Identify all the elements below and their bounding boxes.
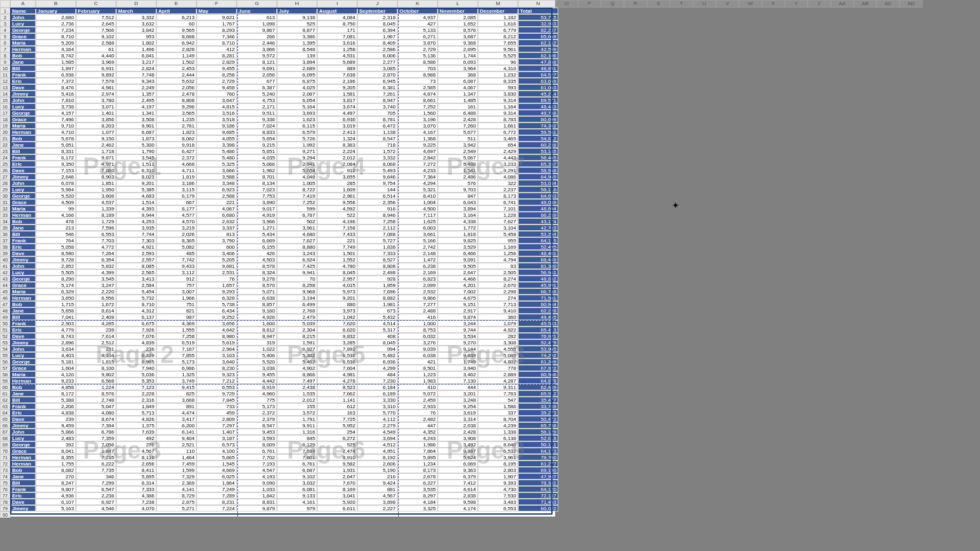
total-cell[interactable]: 45,214: [518, 91, 558, 97]
value-cell[interactable]: 1,992: [277, 142, 317, 148]
col-header-G[interactable]: G: [237, 0, 277, 8]
value-cell[interactable]: 9,090: [237, 480, 277, 486]
value-cell[interactable]: 8,576: [438, 27, 478, 33]
value-cell[interactable]: 1,077: [76, 129, 116, 135]
value-cell[interactable]: 4,902: [277, 365, 317, 371]
total-cell[interactable]: 53,034: [518, 180, 558, 186]
value-cell[interactable]: 1,931: [317, 467, 357, 473]
value-cell[interactable]: 8,192: [357, 454, 397, 460]
value-cell[interactable]: 3,534: [438, 333, 478, 339]
value-cell[interactable]: 2,479: [277, 314, 317, 320]
value-cell[interactable]: 9,455: [197, 65, 237, 71]
value-cell[interactable]: 7,215: [76, 454, 116, 460]
value-cell[interactable]: 4,196: [317, 218, 357, 224]
value-cell[interactable]: 6,553: [76, 231, 116, 237]
value-cell[interactable]: 4,555: [478, 346, 518, 352]
value-cell[interactable]: 4,161: [277, 499, 317, 505]
value-cell[interactable]: 2,588: [76, 40, 116, 46]
value-cell[interactable]: 3,961: [277, 224, 317, 231]
total-cell[interactable]: 64,173: [518, 448, 558, 454]
value-cell[interactable]: 6,379: [438, 473, 478, 480]
value-cell[interactable]: 8,612: [237, 327, 277, 333]
value-cell[interactable]: 2,238: [76, 492, 116, 499]
name-cell[interactable]: Bob: [10, 301, 36, 307]
value-cell[interactable]: 4,577: [156, 212, 197, 218]
value-cell[interactable]: 7,303: [116, 237, 156, 244]
total-cell[interactable]: 64,120: [518, 486, 558, 492]
value-cell[interactable]: 239: [36, 416, 76, 422]
value-cell[interactable]: 2,917: [438, 307, 478, 314]
value-cell[interactable]: 9,729: [197, 390, 237, 397]
value-cell[interactable]: 9,393: [478, 480, 518, 486]
value-cell[interactable]: 7,425: [277, 263, 317, 269]
value-cell[interactable]: 1,407: [197, 429, 237, 435]
value-cell[interactable]: 2,169: [397, 269, 438, 276]
value-cell[interactable]: 987: [156, 314, 197, 320]
value-cell[interactable]: 1,609: [317, 186, 357, 193]
value-cell[interactable]: 1,767: [197, 20, 237, 27]
name-cell[interactable]: Grace: [10, 365, 36, 371]
value-cell[interactable]: 5,520: [237, 358, 277, 365]
value-cell[interactable]: 9,343: [116, 78, 156, 84]
name-cell[interactable]: Eric: [10, 78, 36, 84]
value-cell[interactable]: 6,213: [156, 14, 197, 20]
value-cell[interactable]: 994: [357, 346, 397, 352]
value-cell[interactable]: 2,056: [237, 71, 277, 78]
value-cell[interactable]: 1,715: [36, 301, 76, 307]
value-cell[interactable]: 928: [357, 276, 397, 282]
value-cell[interactable]: 4,546: [76, 505, 116, 511]
total-cell[interactable]: 65,669: [518, 33, 558, 40]
value-cell[interactable]: 3,115: [156, 186, 197, 193]
value-cell[interactable]: 9,839: [438, 352, 478, 358]
value-cell[interactable]: 3,940: [438, 365, 478, 371]
name-cell[interactable]: Eric: [10, 327, 36, 333]
value-cell[interactable]: 3,661: [397, 231, 438, 237]
value-cell[interactable]: 1,791: [277, 416, 317, 422]
value-cell[interactable]: 4,838: [36, 409, 76, 416]
value-cell[interactable]: 6,553: [478, 505, 518, 511]
value-cell[interactable]: 9,505: [438, 263, 478, 269]
total-cell[interactable]: 48,832: [518, 276, 558, 282]
value-cell[interactable]: 1,375: [116, 422, 156, 429]
value-cell[interactable]: 775: [237, 397, 277, 403]
header-may[interactable]: May: [197, 8, 237, 14]
value-cell[interactable]: 1,472: [397, 256, 438, 263]
value-cell[interactable]: 236: [116, 346, 156, 352]
value-cell[interactable]: 5,480: [197, 154, 237, 161]
value-cell[interactable]: 8,335: [478, 78, 518, 84]
value-cell[interactable]: 6,787: [277, 212, 317, 218]
name-cell[interactable]: Frank: [10, 154, 36, 161]
value-cell[interactable]: 1,005: [277, 180, 317, 186]
value-cell[interactable]: 4,120: [36, 371, 76, 378]
value-cell[interactable]: 5,726: [277, 135, 317, 142]
value-cell[interactable]: 5,832: [76, 263, 116, 269]
value-cell[interactable]: 4,174: [438, 505, 478, 511]
value-cell[interactable]: 4,055: [197, 135, 237, 142]
name-cell[interactable]: Bill: [10, 480, 36, 486]
value-cell[interactable]: 3,244: [438, 320, 478, 327]
value-cell[interactable]: 7,359: [76, 435, 116, 441]
value-cell[interactable]: 2,087: [277, 91, 317, 97]
value-cell[interactable]: 6,394: [357, 27, 397, 33]
value-cell[interactable]: 7,277: [397, 301, 438, 307]
value-cell[interactable]: 1,316: [277, 429, 317, 435]
value-cell[interactable]: 1,838: [357, 244, 397, 250]
total-cell[interactable]: 61,269: [518, 358, 558, 365]
value-cell[interactable]: 3,647: [197, 97, 237, 103]
value-cell[interactable]: 5,136: [397, 52, 438, 59]
value-cell[interactable]: 1,545: [197, 460, 237, 467]
value-cell[interactable]: 3,961: [478, 454, 518, 460]
name-cell[interactable]: Eric: [10, 409, 36, 416]
name-cell[interactable]: John: [10, 97, 36, 103]
value-cell[interactable]: 5,713: [116, 409, 156, 416]
total-cell[interactable]: 64,965: [518, 173, 558, 180]
value-cell[interactable]: 3,593: [237, 435, 277, 441]
value-cell[interactable]: 6,488: [438, 110, 478, 116]
value-cell[interactable]: 9,039: [397, 346, 438, 352]
value-cell[interactable]: 2,584: [116, 282, 156, 288]
value-cell[interactable]: 9,102: [277, 473, 317, 480]
value-cell[interactable]: 8,781: [357, 116, 397, 122]
value-cell[interactable]: 3,738: [36, 103, 76, 110]
value-cell[interactable]: 9,802: [76, 371, 116, 378]
value-cell[interactable]: 6,841: [116, 52, 156, 59]
